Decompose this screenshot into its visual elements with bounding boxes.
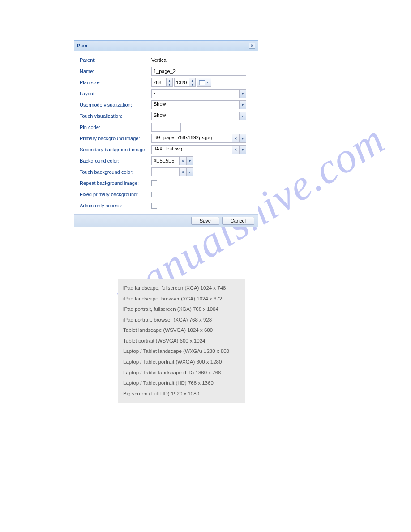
- secondary-bg-value: JAX_test.svg: [151, 145, 232, 154]
- spinner-down-icon[interactable]: ▼: [167, 82, 172, 86]
- list-item[interactable]: Tablet portrait (WSVGA) 600 x 1024: [123, 336, 240, 347]
- secondary-bg-combo[interactable]: JAX_test.svg ✕ ▼: [151, 145, 246, 154]
- label-touch: Touch visualization:: [80, 113, 151, 119]
- height-spinner[interactable]: ▲▼: [174, 78, 196, 87]
- label-repeat-bg: Repeat background image:: [80, 180, 151, 186]
- clear-icon[interactable]: ✕: [179, 167, 186, 176]
- label-touch-bg-color: Touch background color:: [80, 169, 151, 175]
- label-fixed-bg: Fixed primary background:: [80, 192, 151, 197]
- label-plan-size: Plan size:: [80, 80, 151, 85]
- usermode-combo[interactable]: Show ▼: [151, 100, 246, 109]
- label-bg-color: Background color:: [80, 158, 151, 163]
- chevron-down-icon[interactable]: ▼: [239, 89, 246, 98]
- dialog-header: Plan ✕: [74, 41, 258, 51]
- clear-icon[interactable]: ✕: [232, 145, 239, 154]
- list-item[interactable]: iPad portrait, browser (XGA) 768 x 928: [123, 315, 240, 326]
- chevron-down-icon[interactable]: ▼: [239, 100, 246, 109]
- list-item[interactable]: Laptop / Tablet portrait (WXGA) 800 x 12…: [123, 357, 240, 368]
- spinner-up-icon[interactable]: ▲: [189, 78, 195, 82]
- label-layout: Layout:: [80, 91, 151, 96]
- value-parent: Vertical: [151, 57, 253, 63]
- list-item[interactable]: Big screen (Full HD) 1920 x 1080: [123, 389, 240, 399]
- chevron-down-icon[interactable]: ▼: [239, 145, 246, 154]
- dialog-title: Plan: [77, 43, 87, 48]
- touch-bg-color-input[interactable]: [151, 167, 179, 176]
- width-spinner[interactable]: ▲▼: [151, 78, 173, 87]
- svg-rect-1: [199, 80, 206, 81]
- label-primary-bg: Primary background image:: [80, 136, 151, 141]
- usermode-value: Show: [151, 100, 239, 109]
- label-admin-only: Admin only access:: [80, 203, 151, 208]
- primary-bg-value: BG_page_768x1692px.jpg: [151, 134, 232, 143]
- touch-bg-color-field[interactable]: ✕ ▼: [151, 167, 193, 176]
- chevron-down-icon[interactable]: ▼: [239, 134, 246, 143]
- layout-value: -: [151, 89, 239, 98]
- dialog-footer: Save Cancel: [74, 214, 258, 227]
- height-input[interactable]: [175, 78, 189, 86]
- repeat-bg-checkbox[interactable]: [151, 180, 157, 186]
- label-name: Name:: [80, 69, 151, 74]
- chevron-down-icon[interactable]: ▼: [186, 167, 193, 176]
- chevron-down-icon[interactable]: ▼: [186, 156, 193, 165]
- plan-dialog: Plan ✕ Parent: Vertical Name: Plan size:…: [74, 40, 258, 227]
- cancel-button[interactable]: Cancel: [222, 217, 254, 225]
- label-secondary-bg: Secondary background image:: [80, 147, 151, 152]
- fixed-bg-checkbox[interactable]: [151, 192, 157, 197]
- pin-input[interactable]: [151, 123, 181, 132]
- size-preset-button[interactable]: ▼: [197, 78, 211, 87]
- label-pin: Pin code:: [80, 124, 151, 130]
- name-input[interactable]: [151, 67, 246, 76]
- primary-bg-combo[interactable]: BG_page_768x1692px.jpg ✕ ▼: [151, 134, 246, 143]
- width-input[interactable]: [152, 78, 166, 86]
- label-usermode: Usermode visualization:: [80, 102, 151, 107]
- touch-combo[interactable]: Show ▼: [151, 112, 246, 120]
- bg-color-input[interactable]: [151, 156, 179, 165]
- spinner-down-icon[interactable]: ▼: [189, 82, 195, 86]
- spinner-up-icon[interactable]: ▲: [167, 78, 172, 82]
- svg-rect-2: [201, 82, 204, 82]
- list-item[interactable]: Laptop / Tablet landscape (WXGA) 1280 x …: [123, 346, 240, 357]
- clear-icon[interactable]: ✕: [232, 134, 239, 143]
- admin-only-checkbox[interactable]: [151, 203, 157, 209]
- chevron-down-icon[interactable]: ▼: [239, 112, 246, 120]
- layout-combo[interactable]: - ▼: [151, 89, 246, 98]
- list-item[interactable]: Tablet landscape (WSVGA) 1024 x 600: [123, 325, 240, 336]
- list-item[interactable]: iPad landscape, browser (XGA) 1024 x 672: [123, 294, 240, 305]
- save-button[interactable]: Save: [191, 217, 219, 225]
- dialog-body: Parent: Vertical Name: Plan size: ▲▼ ▲▼: [74, 51, 258, 214]
- touch-value: Show: [151, 112, 239, 120]
- chevron-down-icon: ▼: [206, 81, 209, 84]
- window-icon: [199, 80, 206, 85]
- list-item[interactable]: Laptop / Tablet portrait (HD) 768 x 1360: [123, 378, 240, 389]
- list-item[interactable]: iPad landscape, fullscreen (XGA) 1024 x …: [123, 283, 240, 294]
- bg-color-field[interactable]: ✕ ▼: [151, 156, 193, 165]
- close-icon[interactable]: ✕: [249, 43, 255, 49]
- size-preset-list: iPad landscape, fullscreen (XGA) 1024 x …: [118, 279, 245, 403]
- label-parent: Parent:: [80, 57, 151, 63]
- svg-rect-3: [201, 83, 204, 83]
- clear-icon[interactable]: ✕: [179, 156, 186, 165]
- list-item[interactable]: Laptop / Tablet landscape (HD) 1360 x 76…: [123, 368, 240, 378]
- list-item[interactable]: iPad portrait, fullscreen (XGA) 768 x 10…: [123, 304, 240, 315]
